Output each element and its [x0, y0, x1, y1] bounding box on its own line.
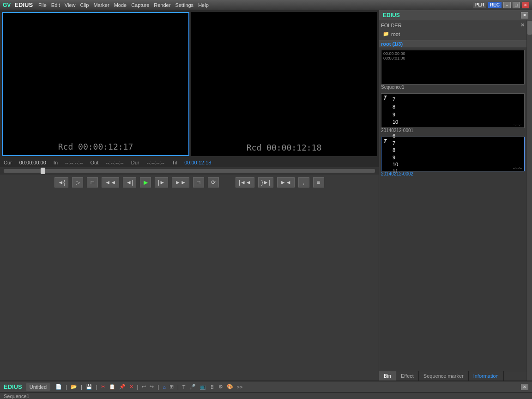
plr-badge: PLR [473, 2, 486, 8]
timeline-edius-label: EDIUS [4, 383, 22, 390]
bin-item-seq1[interactable]: 00:00:00:00 00:00:01:00 Sequence1 [381, 50, 525, 90]
tool-paste[interactable]: 📌 [118, 383, 127, 391]
tool-save[interactable]: 💾 [85, 383, 94, 391]
tool-new[interactable]: 📄 [54, 383, 63, 391]
app-logo: GV [3, 2, 11, 8]
minimize-button[interactable]: − [503, 2, 511, 8]
tab-sequence-marker[interactable]: Sequence marker [419, 371, 469, 381]
bin-thumb-seq2: T 78910 --:--:-- [381, 93, 525, 128]
loop-btn[interactable]: ⟳ [208, 177, 219, 187]
timeline-close-button[interactable]: ✕ [521, 384, 528, 390]
tool-match[interactable]: ⌂ [161, 383, 167, 391]
folder-close[interactable]: ✕ [520, 22, 525, 28]
right-scrollbar[interactable] [526, 20, 532, 381]
tool-text[interactable]: T [181, 383, 187, 391]
menu-capture[interactable]: Capture [131, 2, 149, 8]
timeline-header-bar: EDIUS Untitled 📄 | 📂 | 💾 | ✂ 📋 📌 ✕ | ↩ ↪… [0, 381, 532, 393]
monitor-right: Rcd 00:00:12:18 [191, 12, 377, 156]
tool-sep2: | [79, 383, 84, 391]
menu-bar: File Edit View Clip Marker Mode Capture … [38, 2, 209, 8]
tool-color[interactable]: 🎨 [225, 383, 235, 391]
tool-group[interactable]: ⊞ [168, 383, 175, 391]
tool-cut[interactable]: ✂ [100, 383, 107, 391]
timeline-section: EDIUS Untitled 📄 | 📂 | 💾 | ✂ 📋 📌 ✕ | ↩ ↪… [0, 381, 532, 399]
progress-track[interactable] [4, 169, 375, 173]
rewind-btn[interactable]: ◄◄ [102, 177, 119, 187]
tool-redo[interactable]: ↪ [148, 383, 155, 391]
tool-settings[interactable]: ⚙ [217, 383, 224, 391]
right-panel: EDIUS ✕ FOLDER ✕ 📁 root root (1/3) [379, 10, 532, 381]
fwd-end-btn[interactable]: □ [193, 177, 204, 187]
cur-value: 00:00:00:00 [19, 160, 46, 165]
menu-settings[interactable]: Settings [175, 2, 193, 8]
menu-clip[interactable]: Clip [80, 2, 89, 8]
right-timecode: Rcd 00:00:12:18 [247, 143, 322, 152]
monitor-left: Rcd 00:00:12:17 [2, 12, 189, 156]
tool-open[interactable]: 📂 [69, 383, 79, 391]
bin-item-seq2-label: 20140212-0001 [381, 128, 525, 133]
extra-btn[interactable]: ≡ [313, 177, 324, 187]
timecode-bar: Cur 00:00:00:00 In --:--:--:-- Out --:--… [0, 158, 379, 167]
sequence-label: Sequence1 [0, 393, 532, 399]
bin-item-seq3[interactable]: T 67891011 --:--:-- 20140212-0002 [381, 137, 525, 176]
tool-more[interactable]: >> [236, 383, 244, 391]
rec-badge: REC [488, 2, 502, 8]
thumb2-t-icon: T [383, 95, 387, 101]
right-panel-title: EDIUS ✕ [379, 10, 532, 20]
play-btn[interactable]: ▶ [140, 177, 151, 187]
til-value: 00:00:12:18 [184, 160, 211, 165]
menu-view[interactable]: View [65, 2, 76, 8]
tool-delete[interactable]: ✕ [128, 383, 135, 391]
menu-help[interactable]: Help [198, 2, 209, 8]
bin-item-seq1-label: Sequence1 [381, 85, 525, 90]
menu-render[interactable]: Render [154, 2, 170, 8]
title-bar: GV EDIUS File Edit View Clip Marker Mode… [0, 0, 532, 10]
insert-btn[interactable]: ►◄ [277, 177, 295, 187]
bin-tabs: Bin Effect Sequence marker Information [379, 371, 526, 381]
menu-mode[interactable]: Mode [114, 2, 127, 8]
tab-bin[interactable]: Bin [379, 371, 396, 381]
bin-content: 00:00:00:00 00:00:01:00 Sequence1 T 7891… [379, 48, 526, 371]
right-scrollbar-thumb[interactable] [527, 21, 532, 35]
main-container: Rcd 00:00:12:17 Rcd 00:00:12:18 Cur 00:0… [0, 10, 532, 381]
step-back-btn[interactable]: ◄| [123, 177, 136, 187]
progress-thumb[interactable] [41, 168, 45, 174]
right-close-button[interactable]: ✕ [521, 12, 528, 18]
preview-panel: Rcd 00:00:12:17 Rcd 00:00:12:18 Cur 00:0… [0, 10, 379, 381]
bin-item-seq2[interactable]: T 78910 --:--:-- 20140212-0001 [381, 93, 525, 133]
mark-prev-btn[interactable]: ▷ [72, 177, 83, 187]
tab-information[interactable]: Information [469, 371, 504, 381]
tool-undo[interactable]: ↩ [140, 383, 147, 391]
tool-copy[interactable]: 📋 [108, 383, 117, 391]
tool-monitor[interactable]: 📺 [198, 383, 207, 391]
mark-in-btn2[interactable]: |◄◄ [236, 177, 254, 187]
fast-fwd-btn[interactable]: ►► [172, 177, 189, 187]
folder-root-item[interactable]: 📁 root [381, 30, 525, 38]
tool-mic[interactable]: 🎤 [188, 383, 197, 391]
bin-thumb-seq3: T 67891011 --:--:-- [381, 137, 525, 171]
tool-sep3: | [95, 383, 99, 391]
menu-edit[interactable]: Edit [51, 2, 60, 8]
thumb2-nums: 78910 [385, 96, 398, 126]
overwrite-btn[interactable]: , [298, 177, 309, 187]
stop-btn[interactable]: □ [87, 177, 98, 187]
folder-label: FOLDER [381, 23, 402, 28]
menu-file[interactable]: File [38, 2, 47, 8]
folder-section: FOLDER ✕ 📁 root [379, 20, 526, 40]
restore-button[interactable]: □ [513, 2, 520, 8]
menu-marker[interactable]: Marker [93, 2, 109, 8]
tab-effect[interactable]: Effect [396, 371, 419, 381]
thumb1-tc-top: 00:00:00:00 [383, 51, 405, 56]
transport-bar: ◄{ ▷ □ ◄◄ ◄| ▶ |► ►► □ ⟳ |◄◄ }►| ►◄ , ≡ [0, 175, 379, 190]
folder-root-label: root [391, 31, 400, 37]
mark-in-btn[interactable]: ◄{ [54, 177, 68, 187]
title-bar-controls: PLR REC − □ ✕ [473, 2, 529, 8]
progress-bar-area[interactable] [0, 167, 379, 175]
tool-sep4: | [136, 383, 140, 391]
step-fwd-btn[interactable]: |► [155, 177, 168, 187]
tool-mixer[interactable]: 🎚 [208, 383, 216, 391]
close-button[interactable]: ✕ [522, 2, 529, 8]
folder-icon: 📁 [383, 31, 389, 37]
mark-out-btn[interactable]: }►| [258, 177, 273, 187]
toolbar-area: 📄 | 📂 | 💾 | ✂ 📋 📌 ✕ | ↩ ↪ | ⌂ ⊞ | T 🎤 📺 … [54, 383, 517, 391]
